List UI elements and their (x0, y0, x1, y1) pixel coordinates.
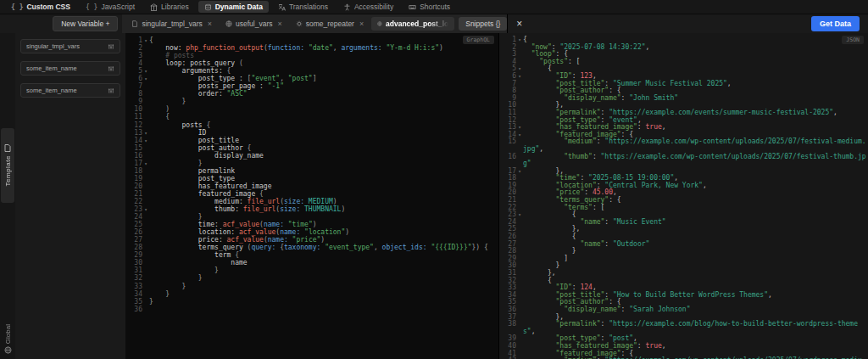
query-code-line: 17▾ } (125, 160, 498, 167)
tab-advanced_post_lo[interactable]: advanced_post_lo (371, 17, 454, 31)
variable-item-label: some_item_name (26, 87, 77, 94)
tab-some_repeater[interactable]: some_repeater× (290, 17, 370, 31)
line-number: 11 (125, 113, 142, 121)
rail-tab-template[interactable]: Template (1, 128, 14, 203)
line-number: 10 (125, 105, 142, 113)
snippets-button[interactable]: Snippets {} (459, 17, 507, 31)
fold-gutter (142, 213, 149, 221)
line-number: 18 (125, 167, 142, 175)
fold-gutter (516, 314, 523, 322)
fold-gutter (142, 98, 149, 105)
fold-gutter (516, 278, 523, 285)
query-code-line: 19 post_type (125, 175, 498, 182)
tab-toolbar: New Variable + singular_tmpl_vars×useful… (0, 14, 868, 33)
query-code-line: 34 } (125, 290, 498, 298)
get-data-button[interactable]: Get Data (811, 16, 860, 31)
fold-gutter (142, 190, 149, 198)
fold-marker-icon[interactable]: ▾ (142, 205, 149, 213)
fold-marker-icon[interactable]: ▾ (142, 75, 149, 82)
query-code-line: 12 posts { (125, 121, 498, 129)
tab-close-icon[interactable]: × (208, 20, 212, 28)
tab-singular_tmpl_vars[interactable]: singular_tmpl_vars× (125, 17, 218, 31)
line-number: 19 (125, 175, 142, 182)
query-code-line: 33 } (125, 283, 498, 290)
nav-item-javascript[interactable]: { }JavaScript (80, 1, 141, 13)
code-text: post_type : ["event", "post"] (149, 75, 317, 82)
globe-icon (225, 20, 232, 27)
nav-item-accessibility[interactable]: Accessibility (337, 1, 399, 13)
fold-marker-icon[interactable]: ▾ (142, 36, 149, 44)
fold-gutter (142, 290, 149, 298)
fold-marker-icon[interactable]: ▾ (142, 137, 149, 144)
tab-close-icon[interactable]: × (359, 20, 364, 28)
code-text: } (149, 274, 203, 282)
fold-marker-icon[interactable]: ▾ (142, 129, 149, 137)
fold-marker-icon[interactable]: ▾ (516, 73, 523, 81)
fold-gutter (142, 175, 149, 182)
fold-gutter (516, 59, 523, 66)
rail-tab-global[interactable]: Global (1, 324, 14, 354)
tab-useful_vars[interactable]: useful_vars× (220, 17, 288, 31)
braces-icon: { } (11, 3, 23, 11)
nav-item-custom-css[interactable]: { }Custom CSS (5, 1, 76, 13)
fold-gutter (142, 283, 149, 290)
query-code-line: 6▾ post_type : ["event", "post"] (125, 75, 498, 82)
fold-gutter (516, 284, 523, 292)
fold-marker-icon[interactable]: ▾ (516, 36, 523, 44)
code-text: { (149, 36, 153, 44)
fold-marker-icon[interactable]: ▾ (142, 67, 149, 75)
query-code-line: 14▾ post_title (125, 137, 498, 144)
code-text: } (149, 98, 186, 105)
code-text: posts { (149, 121, 210, 129)
line-number: 17 (125, 160, 142, 167)
query-editor[interactable]: GraphQL 1▾{2 now: php_function_output(fu… (125, 33, 498, 359)
line-number: 15 (125, 144, 142, 152)
line-number: 34 (125, 290, 142, 298)
fold-marker-icon[interactable]: ▾ (516, 132, 523, 139)
json-result-panel[interactable]: JSON 1▾{2 "now": "2025-07-08 14:30:22",3… (498, 33, 868, 359)
nav-item-translations[interactable]: Translations (272, 1, 334, 13)
code-text: } (523, 248, 868, 255)
fold-gutter (516, 117, 523, 125)
variable-item[interactable]: some_item_name (20, 61, 120, 76)
nav-item-dynamic-data[interactable]: Dynamic Data (198, 1, 269, 13)
nav-item-libraries[interactable]: Libraries (144, 1, 195, 13)
code-text: } (149, 283, 186, 290)
nav-item-shortcuts[interactable]: Shortcuts (403, 1, 456, 13)
fold-gutter (516, 343, 523, 351)
query-code-line: 13▾ ID (125, 129, 498, 137)
fold-marker-icon[interactable]: ▾ (516, 168, 523, 176)
close-icon[interactable]: × (516, 19, 522, 29)
new-variable-button[interactable]: New Variable + (53, 16, 118, 31)
fold-gutter (142, 259, 149, 266)
query-code-line: 31 } (125, 266, 498, 274)
fold-marker-icon[interactable]: ▾ (516, 65, 523, 73)
variable-item[interactable]: singular_tmpl_vars (20, 39, 120, 53)
fold-gutter (516, 241, 523, 249)
fold-marker-icon[interactable]: ▾ (142, 160, 149, 167)
variable-item[interactable]: some_item_name (20, 83, 120, 98)
gear-icon (296, 20, 303, 27)
query-code-line: 20 has_featured_image (125, 182, 498, 190)
fold-marker-icon[interactable]: ▾ (516, 211, 523, 219)
json-code-line: 15 "medium": "https://example.com/wp-con… (499, 138, 868, 153)
fold-gutter (516, 306, 523, 314)
line-number: 13 (125, 129, 142, 137)
line-number: 4 (125, 59, 142, 67)
line-number: 3 (125, 52, 142, 59)
nav-item-label: Dynamic Data (215, 3, 263, 11)
fold-marker-icon[interactable]: ▾ (516, 124, 523, 132)
code-text: term { (149, 251, 239, 259)
database-icon (204, 3, 212, 11)
code-text: post_title (149, 137, 239, 144)
code-text: { (149, 113, 170, 121)
code-text: thumb: file_url(size: THUMBNAIL) (149, 205, 345, 213)
code-text: "display_name": "John Smith" (523, 95, 868, 103)
variable-item-label: singular_tmpl_vars (26, 42, 80, 50)
tab-close-icon[interactable]: × (278, 20, 282, 28)
code-text: } (149, 160, 203, 167)
line-number: 36 (125, 306, 142, 313)
variables-sidebar: singular_tmpl_varssome_item_namesome_ite… (15, 33, 125, 359)
fold-gutter (142, 105, 149, 113)
code-text: ) (149, 105, 170, 113)
